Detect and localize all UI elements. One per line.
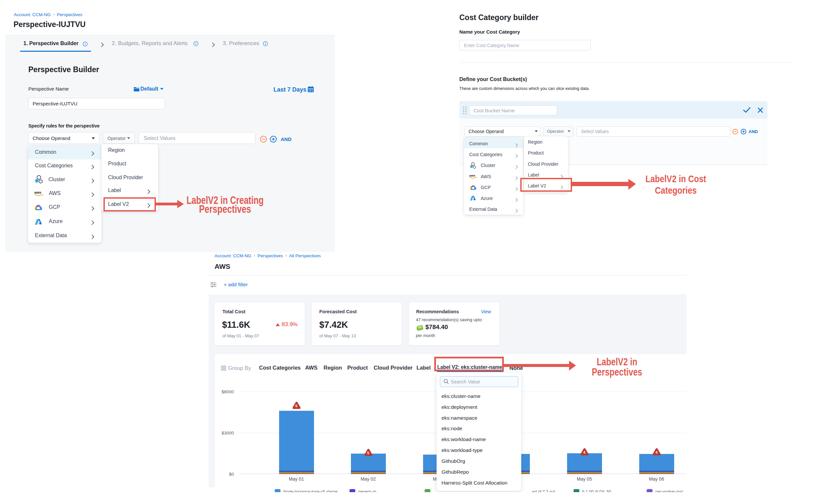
svg-text:Label V2: eks:cluster-name: Label V2: eks:cluster-name xyxy=(437,364,502,370)
svg-text:Perspectives: Perspectives xyxy=(199,203,251,215)
svg-text:Perspectives: Perspectives xyxy=(592,366,642,378)
svg-text:Categories: Categories xyxy=(655,185,697,196)
svg-text:LabelV2 in Cost: LabelV2 in Cost xyxy=(646,173,706,184)
